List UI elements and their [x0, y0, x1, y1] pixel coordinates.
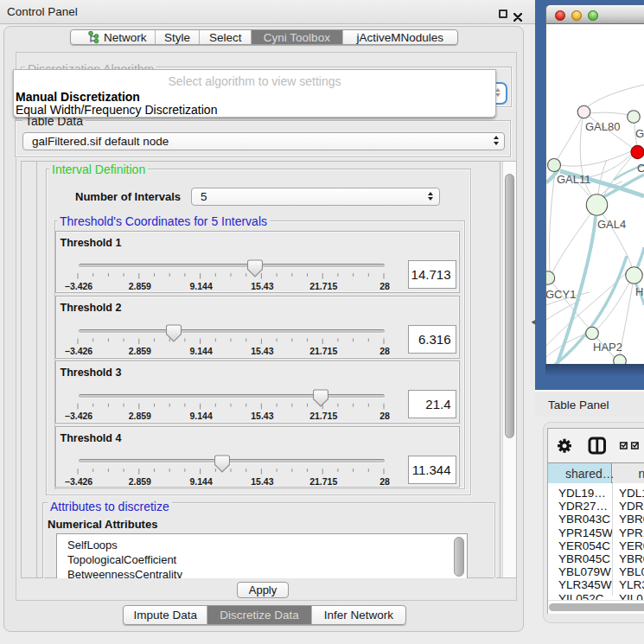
svg-text:GAL4: GAL4 [597, 218, 626, 231]
svg-text:GAL11: GAL11 [557, 173, 591, 186]
svg-text:C: C [637, 162, 644, 175]
svg-text:H: H [635, 285, 643, 298]
svg-text:GA: GA [635, 127, 644, 140]
svg-text:GCY1: GCY1 [546, 288, 576, 301]
svg-text:GAL80: GAL80 [585, 120, 620, 133]
svg-text:HAP2: HAP2 [593, 341, 622, 354]
